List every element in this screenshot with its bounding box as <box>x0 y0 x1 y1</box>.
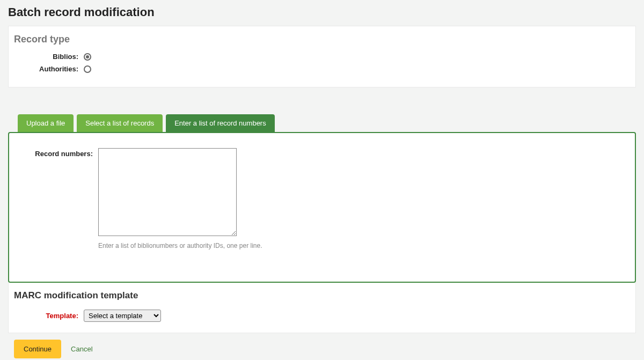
action-bar: Continue Cancel <box>0 333 644 358</box>
tab-panel-enter-numbers: Record numbers: Enter a list of biblionu… <box>8 132 636 283</box>
template-label: Template: <box>14 312 84 320</box>
continue-button[interactable]: Continue <box>14 340 61 358</box>
authorities-label: Authorities: <box>14 65 84 73</box>
marc-template-heading: MARC modification template <box>14 290 630 301</box>
record-type-heading: Record type <box>14 34 630 45</box>
tab-enter-numbers[interactable]: Enter a list of record numbers <box>166 114 275 132</box>
authorities-radio[interactable] <box>84 65 91 73</box>
record-numbers-textarea[interactable] <box>98 148 237 236</box>
template-row: Template: Select a template <box>14 310 630 322</box>
biblios-label: Biblios: <box>14 53 84 61</box>
record-numbers-hint: Enter a list of biblionumbers or authori… <box>98 242 262 249</box>
template-select[interactable]: Select a template <box>84 310 161 322</box>
record-type-panel: Record type Biblios: Authorities: <box>8 26 636 87</box>
record-numbers-label: Record numbers: <box>23 148 98 158</box>
cancel-link[interactable]: Cancel <box>71 345 92 353</box>
page-title: Batch record modification <box>0 0 644 26</box>
tab-upload-file[interactable]: Upload a file <box>18 114 74 132</box>
tab-select-list[interactable]: Select a list of records <box>77 114 163 132</box>
authorities-row: Authorities: <box>14 65 630 73</box>
biblios-row: Biblios: <box>14 53 630 61</box>
tabs-bar: Upload a file Select a list of records E… <box>8 114 636 132</box>
marc-template-panel: MARC modification template Template: Sel… <box>8 283 636 333</box>
record-numbers-row: Record numbers: Enter a list of biblionu… <box>23 148 621 249</box>
tabs-container: Upload a file Select a list of records E… <box>8 114 636 283</box>
biblios-radio[interactable] <box>84 53 91 61</box>
